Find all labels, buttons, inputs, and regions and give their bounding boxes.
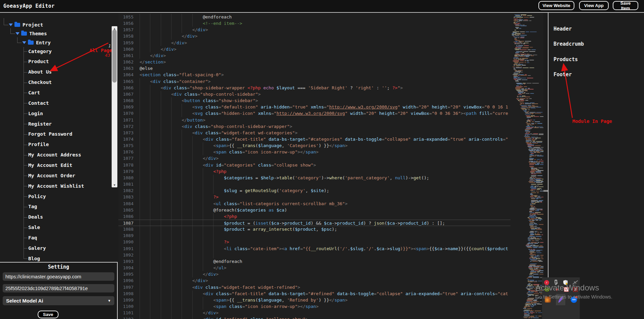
code-line[interactable]: 1078<div id="categories" class="collapse… (118, 162, 510, 168)
v-app-icon[interactable]: V (564, 287, 569, 292)
code-line[interactable]: 1102<div id="refined" class="collapse sh… (118, 316, 510, 319)
code-line[interactable]: 1065<div class="container"> (118, 78, 510, 85)
code-line[interactable]: 1100<span class="icon icon-arrow-up"></s… (118, 303, 510, 310)
tree-item-my-account-edit[interactable]: My Account Edit (28, 162, 72, 168)
code-line[interactable]: 1059</div> (118, 40, 510, 46)
module-item-products[interactable]: Products (554, 56, 578, 62)
code-line[interactable]: 1069<svg class="default-icon" aria-hidde… (118, 104, 510, 110)
zalo-icon[interactable]: Zalo (571, 297, 577, 303)
code-line[interactable]: 1101</div> (118, 310, 510, 316)
nvidia-settings-icon[interactable] (544, 287, 550, 292)
game-launcher-icon[interactable] (545, 297, 551, 303)
code-line[interactable]: 1056<!--end item--> (118, 20, 510, 27)
code-line[interactable]: 1074<div class="facet-title" data-bs-tar… (118, 136, 510, 142)
code-line[interactable]: 1062</section> (118, 59, 510, 65)
tree-scrollbar-thumb[interactable] (112, 30, 117, 83)
tree-item-my-account-wishlist[interactable]: My Account Wishlist (28, 183, 84, 189)
code-line[interactable]: 1070<svg class="hidden-icon" xmlns="http… (118, 110, 510, 117)
tree-item-forgot-password[interactable]: Forgot Password (28, 131, 72, 137)
code-line[interactable]: 1091<li class="cate-item"><a href="{{__r… (118, 245, 510, 252)
pen-disabled-icon[interactable]: ✎ (572, 280, 578, 285)
tree-item-about-us[interactable]: About Us (28, 69, 52, 75)
tree-item-blog[interactable]: Blog (28, 255, 40, 262)
code-line[interactable]: 1084<ul class="list-categoris current-sc… (118, 200, 510, 207)
code-line[interactable]: 1076<span class="icon icon-arrow-up"></s… (118, 149, 510, 155)
code-line[interactable]: 1077</div> (118, 155, 510, 162)
code-line[interactable]: 1089 (118, 232, 510, 239)
code-line[interactable]: 1075<span>{{ __trans($language, 'Categor… (118, 142, 510, 149)
code-line[interactable]: 1088$product = array_intersect($product,… (118, 226, 510, 232)
expander-triangle-icon[interactable] (9, 24, 13, 26)
code-line[interactable]: 1079<?php (118, 168, 510, 175)
code-line[interactable]: 1086<?php (118, 213, 510, 220)
view-website-button[interactable]: View Website (538, 1, 574, 10)
tree-folder-themes[interactable]: Themes (15, 30, 47, 37)
save-button[interactable]: Save (38, 311, 59, 318)
code-line[interactable]: 1066<div class="shop-sidebar-wrapper <?p… (118, 85, 510, 91)
code-line[interactable]: 1071</button> (118, 117, 510, 123)
tree-folder-project[interactable]: Project (9, 21, 43, 28)
riot-client-icon[interactable]: / (544, 280, 549, 285)
tree-item-cart[interactable]: Cart (28, 89, 40, 96)
tree-item-category[interactable]: Category (28, 48, 52, 54)
site-url-input[interactable] (3, 272, 114, 281)
tree-item-sale[interactable]: Sale (28, 224, 40, 231)
code-line[interactable]: 1068<button class="show-sidebar"> (118, 97, 510, 104)
code-line[interactable]: 1094</ul> (118, 265, 510, 271)
module-item-footer[interactable]: Footer (554, 72, 572, 78)
download-manager-icon[interactable]: ▼ (554, 287, 560, 292)
tree-item-product[interactable]: Product (28, 58, 49, 65)
tree-item-faq[interactable]: Faq (28, 234, 37, 241)
view-app-button[interactable]: View App (579, 1, 609, 10)
tree-item-my-account-order[interactable]: My Account Order (28, 172, 75, 179)
code-line[interactable]: 1081 (118, 181, 510, 187)
tree-item-policy[interactable]: Policy (28, 193, 46, 199)
scroll-down-icon[interactable]: ▼ (112, 183, 117, 187)
code-line[interactable]: 1073<div class="widget-facet wd-categori… (118, 130, 510, 136)
code-line[interactable]: 1063@else (118, 65, 510, 72)
module-item-breadcrumb[interactable]: Breadcrumb (554, 41, 584, 47)
editor-scrollbar[interactable] (543, 13, 548, 319)
code-line[interactable]: 1058</div> (118, 33, 510, 39)
code-line[interactable]: 1060</div> (118, 46, 510, 52)
code-line[interactable]: 1098<div class="facet-title" data-bs-tar… (118, 290, 510, 297)
code-line[interactable]: 1082$slug = getRouteSlug('category', $si… (118, 187, 510, 194)
tree-item-contact[interactable]: Contact (28, 100, 49, 106)
code-line[interactable]: 1067<div class="shop-control-sidebar"> (118, 91, 510, 97)
minimap[interactable] (510, 13, 543, 319)
code-line[interactable]: 1096</div> (118, 277, 510, 284)
code-line[interactable]: 1087$product = (isset($ca->product_id) &… (118, 220, 510, 226)
code-line[interactable]: 1085@foreach($categories as $ca) (118, 207, 510, 213)
windows-security-shield-icon[interactable] (563, 280, 568, 285)
z-app-icon[interactable]: Z (573, 287, 578, 292)
tree-item-register[interactable]: Register (28, 121, 52, 127)
tree-item-checkout[interactable]: Checkout (28, 79, 52, 86)
code-line[interactable]: 1057</div> (118, 27, 510, 33)
code-line[interactable]: 1099<span>{{ __trans($language, 'Refined… (118, 297, 510, 303)
code-line[interactable]: 1083?> (118, 194, 510, 200)
save-item-button[interactable]: Save Item (613, 1, 638, 10)
tree-item-login[interactable]: Login (28, 110, 43, 117)
code-line[interactable]: 1080$categories = $help->table('category… (118, 175, 510, 181)
code-line[interactable]: 1090?> (118, 239, 510, 245)
module-item-header[interactable]: Header (554, 26, 572, 32)
usb-safely-remove-icon[interactable] (553, 280, 559, 285)
code-line[interactable]: 1092 (118, 252, 510, 258)
editor-scrollbar-thumb[interactable] (543, 190, 548, 192)
tree-scrollbar[interactable]: ▲ ▼ (112, 26, 117, 187)
tree-item-galery[interactable]: Galery (28, 245, 46, 251)
code-line[interactable]: 1055@endforeach (118, 14, 510, 20)
code-line[interactable]: 1072<div class="shop-control-sidebar-wra… (118, 123, 510, 130)
code-line[interactable]: 1061</div> (118, 52, 510, 59)
api-key-input[interactable] (3, 284, 114, 292)
model-ai-select[interactable]: Select Model Ai ▼ (3, 296, 114, 305)
code-line[interactable]: 1064<section class="flat-spacing-0"> (118, 72, 510, 78)
tree-item-my-account-address[interactable]: My Account Address (28, 152, 81, 158)
tree-folder-entry[interactable]: Entry (22, 39, 51, 46)
tree-item-profile[interactable]: Profile (28, 141, 49, 148)
tree-item-deals[interactable]: Deals (28, 214, 43, 220)
code-editor[interactable]: 1055@endforeach1056<!--end item-->1057</… (118, 13, 510, 319)
expander-triangle-icon[interactable] (15, 32, 20, 35)
feather-app-cell[interactable] (556, 294, 565, 305)
expander-triangle-icon[interactable] (22, 41, 26, 44)
